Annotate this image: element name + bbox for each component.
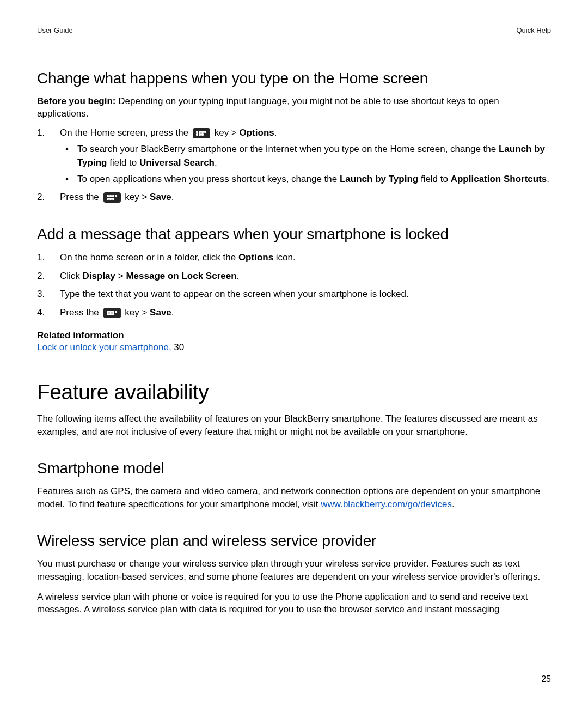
steps-list: On the home screen or in a folder, click… [37, 251, 551, 319]
step-3: Type the text that you want to appear on… [37, 287, 551, 301]
page-number: 25 [541, 674, 551, 684]
related-information-heading: Related information [37, 330, 551, 341]
bb-menu-key-icon [103, 192, 121, 203]
feature-availability-heading: Feature availability [37, 380, 551, 404]
document-page: User Guide Quick Help Change what happen… [0, 0, 588, 643]
bb-menu-key-icon [193, 128, 210, 138]
model-text: Features such as GPS, the camera and vid… [37, 485, 551, 510]
section-heading: Wireless service plan and wireless servi… [37, 532, 551, 550]
section-heading: Smartphone model [37, 460, 551, 477]
bb-menu-key-icon [103, 308, 121, 318]
section-heading: Add a message that appears when your sma… [37, 226, 551, 243]
bullet-universal-search: To search your BlackBerry smartphone or … [60, 143, 551, 169]
step-1: On the Home screen, press the key > Opti… [37, 126, 551, 186]
sub-bullets: To search your BlackBerry smartphone or … [60, 143, 551, 185]
section-change-home-typing: Change what happens when you type on the… [37, 70, 551, 204]
step-2: Click Display > Message on Lock Screen. [37, 269, 551, 283]
section-smartphone-model: Smartphone model Features such as GPS, t… [37, 460, 551, 510]
before-label: Before you begin: [37, 96, 118, 106]
page-header: User Guide Quick Help [37, 26, 551, 34]
step-1: On the home screen or in a folder, click… [37, 251, 551, 265]
step-2: Press the key > Save. [37, 190, 551, 204]
related-link-row: Lock or unlock your smartphone, 30 [37, 342, 551, 353]
header-left: User Guide [37, 26, 73, 34]
section-lock-message: Add a message that appears when your sma… [37, 226, 551, 353]
link-lock-unlock[interactable]: Lock or unlock your smartphone, [37, 342, 174, 352]
steps-list: On the Home screen, press the key > Opti… [37, 126, 551, 204]
feature-intro: The following items affect the availabil… [37, 412, 551, 438]
wireless-p1: You must purchase or change your wireles… [37, 557, 551, 583]
section-wireless-plan: Wireless service plan and wireless servi… [37, 532, 551, 616]
header-right: Quick Help [516, 26, 551, 34]
bullet-app-shortcuts: To open applications when you press shor… [60, 173, 551, 186]
section-heading: Change what happens when you type on the… [37, 70, 551, 87]
before-you-begin: Before you begin: Depending on your typi… [37, 95, 551, 120]
step-4: Press the key > Save. [37, 306, 551, 320]
wireless-p2: A wireless service plan with phone or vo… [37, 591, 551, 616]
link-bb-devices[interactable]: www.blackberry.com/go/devices [321, 499, 452, 509]
